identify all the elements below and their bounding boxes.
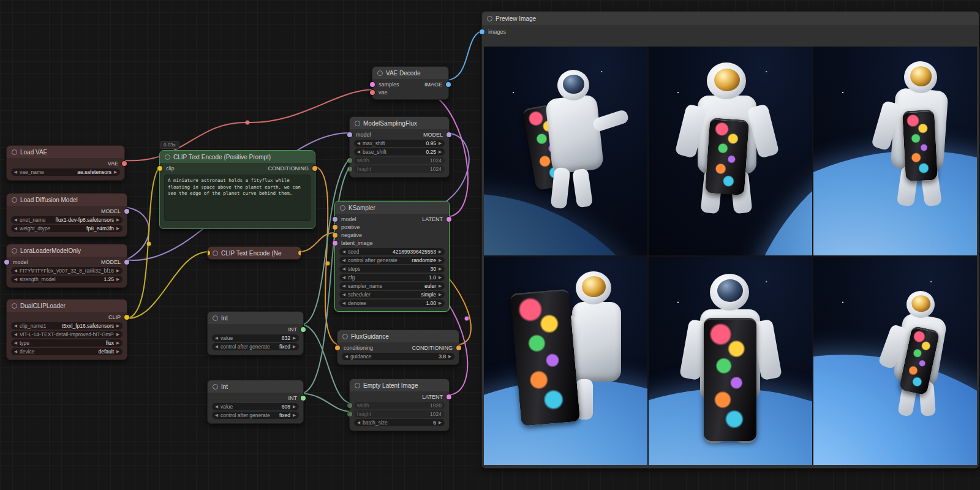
prev-arrow-icon[interactable]: ◀ [14, 277, 17, 282]
collapse-dot[interactable] [12, 248, 17, 254]
node-lora-loader[interactable]: LoraLoaderModelOnly model MODEL ◀ FITY\F… [6, 244, 127, 288]
prev-arrow-icon[interactable]: ◀ [215, 404, 218, 409]
height-input-dot[interactable] [347, 412, 352, 417]
prev-arrow-icon[interactable]: ◀ [342, 301, 345, 306]
conditioning-output-dot[interactable] [312, 166, 317, 171]
prev-arrow-icon[interactable]: ◀ [342, 258, 345, 263]
node-clip-text-encode-negative[interactable]: CLIP Text Encode (Ne [207, 246, 301, 260]
widget-max-shift[interactable]: ◀ max_shift 0.95 ▶ [354, 140, 445, 147]
clip-input-dot[interactable] [157, 166, 162, 171]
widget-control-after-generate[interactable]: ◀ control after generate fixed ▶ [212, 343, 299, 350]
prev-arrow-icon[interactable]: ◀ [357, 420, 360, 425]
next-arrow-icon[interactable]: ▶ [116, 217, 119, 222]
collapse-dot[interactable] [340, 205, 345, 211]
vae-output-dot[interactable] [122, 161, 127, 166]
prev-arrow-icon[interactable]: ◀ [14, 217, 17, 222]
node-title-bar[interactable]: FluxGuidance [337, 330, 459, 342]
next-arrow-icon[interactable]: ▶ [293, 336, 296, 341]
widget-device[interactable]: ◀ device default ▶ [11, 348, 123, 355]
images-input-dot[interactable] [480, 29, 484, 34]
node-title-bar[interactable]: VAE Decode [372, 67, 448, 79]
prev-arrow-icon[interactable]: ◀ [357, 141, 360, 146]
link-dot[interactable] [465, 317, 469, 321]
widget-type[interactable]: ◀ type flux ▶ [11, 339, 123, 347]
widget-strength-model[interactable]: ◀ strength_model 1.25 ▶ [11, 276, 123, 283]
height-input-dot[interactable] [347, 167, 352, 172]
widget-height-input[interactable]: height 1024 [354, 165, 445, 173]
widget-lora-name[interactable]: ◀ FITY\FITYFlex_v007_32_8_rank32_bf16 ..… [11, 267, 123, 274]
widget-unet-name[interactable]: ◀ unet_name flux1-dev-fp8.safetensors ▶ [11, 216, 123, 224]
next-arrow-icon[interactable]: ▶ [439, 275, 442, 280]
node-preview-image[interactable]: Preview Image images [481, 11, 979, 469]
prev-arrow-icon[interactable]: ◀ [14, 332, 17, 337]
conditioning-output-dot[interactable] [298, 251, 301, 255]
next-arrow-icon[interactable]: ▶ [116, 332, 119, 337]
latent-image-input-dot[interactable] [333, 241, 337, 246]
collapse-dot[interactable] [355, 121, 360, 126]
widget-clip-name1[interactable]: ◀ clip_name1 t5xxl_fp16.safetensors ▶ [11, 322, 123, 330]
node-title-bar[interactable]: Load Diffusion Model [7, 194, 127, 206]
collapse-dot[interactable] [12, 197, 17, 203]
widget-height-input[interactable]: height 1024 [354, 410, 445, 418]
collapse-dot[interactable] [213, 315, 218, 321]
collapse-dot[interactable] [12, 149, 17, 155]
prev-arrow-icon[interactable]: ◀ [342, 249, 345, 254]
node-empty-latent-image[interactable]: Empty Latent Image LATENT width 1920 hei… [349, 379, 450, 431]
clip-output-dot[interactable] [124, 315, 129, 320]
next-arrow-icon[interactable]: ▶ [439, 258, 442, 263]
prev-arrow-icon[interactable]: ◀ [14, 323, 17, 328]
collapse-dot[interactable] [12, 303, 17, 309]
widget-clip-name2[interactable]: ◀ ViT-L-14-TEXT-detail-improved-hiT-GmP-… [11, 331, 123, 338]
node-title-bar[interactable]: Int [208, 380, 303, 393]
widget-seed[interactable]: ◀ seed 421899396425553 ▶ [339, 248, 445, 255]
prev-arrow-icon[interactable]: ◀ [342, 284, 345, 288]
node-title-bar[interactable]: ModelSamplingFlux [350, 117, 449, 129]
widget-batch-size[interactable]: ◀ batch_size 6 ▶ [354, 419, 445, 426]
collapse-dot[interactable] [487, 16, 492, 21]
positive-input-dot[interactable] [333, 225, 337, 230]
next-arrow-icon[interactable]: ▶ [439, 266, 442, 271]
next-arrow-icon[interactable]: ▶ [439, 292, 442, 297]
node-title-bar[interactable]: Empty Latent Image [350, 379, 449, 391]
node-int-height[interactable]: Int INT ◀ value 608 ▶ ◀ control after ge… [207, 380, 304, 424]
next-arrow-icon[interactable]: ▶ [116, 323, 119, 328]
prev-arrow-icon[interactable]: ◀ [14, 349, 17, 354]
next-arrow-icon[interactable]: ▶ [439, 420, 442, 425]
link-dot[interactable] [246, 121, 250, 125]
prev-arrow-icon[interactable]: ◀ [342, 292, 345, 297]
collapse-dot[interactable] [377, 70, 383, 76]
next-arrow-icon[interactable]: ▶ [116, 226, 119, 231]
widget-control-after-generate[interactable]: ◀ control after generate fixed ▶ [212, 412, 299, 419]
prev-arrow-icon[interactable]: ◀ [14, 170, 17, 175]
widget-steps[interactable]: ◀ steps 30 ▶ [339, 265, 445, 273]
prev-arrow-icon[interactable]: ◀ [215, 344, 218, 349]
samples-input-dot[interactable] [370, 82, 375, 87]
widget-denoise[interactable]: ◀ denoise 1.00 ▶ [339, 300, 445, 307]
prev-arrow-icon[interactable]: ◀ [345, 354, 348, 359]
width-input-dot[interactable] [347, 403, 352, 408]
vae-input-dot[interactable] [370, 90, 375, 95]
model-input-dot[interactable] [4, 260, 9, 265]
collapse-dot[interactable] [342, 334, 348, 339]
link-dot[interactable] [326, 262, 330, 266]
node-flux-guidance[interactable]: FluxGuidance conditioning CONDITIONING ◀… [337, 330, 459, 365]
node-dual-clip-loader[interactable]: DualCLIPLoader CLIP ◀ clip_name1 t5xxl_f… [6, 299, 127, 360]
collapse-dot[interactable] [165, 154, 170, 160]
model-output-dot[interactable] [447, 132, 451, 137]
next-arrow-icon[interactable]: ▶ [439, 301, 442, 306]
prev-arrow-icon[interactable]: ◀ [215, 413, 218, 418]
widget-scheduler[interactable]: ◀ scheduler simple ▶ [339, 291, 445, 298]
node-graph-canvas[interactable]: Load VAE VAE ◀ vae_name ae.safetensors ▶… [0, 0, 980, 490]
node-int-width[interactable]: Int INT ◀ value 832 ▶ ◀ control after ge… [207, 311, 304, 355]
collapse-dot[interactable] [355, 383, 360, 388]
collapse-dot[interactable] [213, 384, 218, 390]
next-arrow-icon[interactable]: ▶ [116, 268, 119, 273]
model-input-dot[interactable] [333, 217, 337, 222]
node-title-bar[interactable]: Load VAE [7, 146, 124, 158]
next-arrow-icon[interactable]: ▶ [439, 149, 442, 154]
int-output-dot[interactable] [301, 327, 306, 332]
prev-arrow-icon[interactable]: ◀ [14, 226, 17, 231]
widget-width-input[interactable]: width 1920 [354, 402, 445, 409]
widget-sampler-name[interactable]: ◀ sampler_name euler ▶ [339, 282, 445, 290]
widget-width-input[interactable]: width 1024 [354, 157, 445, 164]
